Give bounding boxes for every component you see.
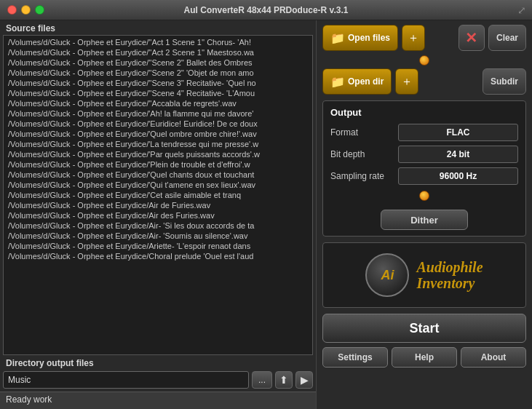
bit-depth-label: Bit depth (330, 149, 392, 159)
logo-line2: Inventory (416, 275, 475, 291)
list-item[interactable]: /Volumes/d/Gluck - Orphee et Eurydice/'C… (4, 190, 312, 200)
sampling-rate-label: Sampling rate (330, 171, 392, 181)
subdir-button[interactable]: Subdir (483, 68, 526, 95)
folder-icon: 📁 (330, 31, 345, 45)
open-dir-label: Open dir (348, 76, 384, 87)
list-item[interactable]: /Volumes/d/Gluck - Orphee et Eurydice/''… (4, 98, 312, 108)
main-content: Source files /Volumes/d/Gluck - Orphee e… (0, 20, 532, 409)
remove-button[interactable]: ✕ (458, 25, 485, 51)
open-files-label: Open files (348, 33, 390, 43)
sampling-rate-row: Sampling rate 96000 Hz (330, 167, 518, 185)
file-list-inner: /Volumes/d/Gluck - Orphee et Eurydice/''… (4, 36, 312, 263)
list-item[interactable]: /Volumes/d/Gluck - Orphee et Eurydice/'E… (4, 119, 312, 129)
minimize-button[interactable] (21, 5, 31, 15)
dir-output-row: ... ⬆ ▶ (0, 370, 316, 392)
dot-row-1 (322, 55, 526, 65)
right-panel: 📁 Open files ＋ ✕ Clear 📁 Open dir ＋ (317, 20, 532, 409)
orange-dot-2 (419, 191, 429, 201)
list-item[interactable]: /Volumes/d/Gluck - Orphee et Eurydice/''… (4, 57, 312, 68)
clear-button[interactable]: Clear (488, 25, 526, 51)
logo-text: Audiophile Inventory (416, 259, 483, 291)
add-files-button[interactable]: ＋ (402, 25, 425, 51)
list-item[interactable]: /Volumes/d/Gluck - Orphee et Eurydice/'Q… (4, 170, 312, 180)
bit-depth-value[interactable]: 24 bit (398, 146, 518, 163)
left-panel: Source files /Volumes/d/Gluck - Orphee e… (0, 20, 317, 409)
status-bar: Ready work (0, 392, 316, 409)
window-controls[interactable] (7, 5, 44, 15)
dir-output-label: Directory output files (0, 355, 316, 370)
settings-button[interactable]: Settings (322, 347, 388, 368)
list-item[interactable]: /Volumes/d/Gluck - Orphee et Eurydice/'Q… (4, 129, 312, 139)
plus2-icon: ＋ (401, 74, 413, 90)
bit-depth-row: Bit depth 24 bit (330, 146, 518, 163)
logo-section: Ai Audiophile Inventory (322, 242, 526, 308)
dither-row: Dither (330, 189, 518, 230)
format-label: Format (330, 127, 392, 138)
open-files-button[interactable]: 📁 Open files (322, 25, 398, 51)
list-item[interactable]: /Volumes/d/Gluck - Orphee et Eurydice/''… (4, 47, 312, 57)
start-button[interactable]: Start (322, 314, 526, 343)
close-button[interactable] (7, 5, 17, 15)
list-item[interactable]: /Volumes/d/Gluck - Orphee et Eurydice/'P… (4, 149, 312, 159)
format-value[interactable]: FLAC (398, 124, 518, 141)
x-icon: ✕ (465, 29, 477, 47)
list-item[interactable]: /Volumes/d/Gluck - Orphee et Eurydice/'L… (4, 139, 312, 149)
dither-button[interactable]: Dither (381, 210, 468, 230)
btn-row-2: 📁 Open dir ＋ Subdir (322, 68, 526, 95)
orange-dot-1 (419, 55, 429, 65)
file-list[interactable]: /Volumes/d/Gluck - Orphee et Eurydice/''… (3, 35, 313, 355)
status-text: Ready work (6, 394, 52, 405)
logo-circle: Ai (365, 253, 409, 297)
list-item[interactable]: /Volumes/d/Gluck - Orphee et Eurydice/''… (4, 68, 312, 78)
titlebar: AuI ConverteR 48x44 PRDoduce-R v.3.1 ⤢ (0, 0, 532, 20)
source-files-label: Source files (0, 20, 316, 35)
logo-ai-text: Ai (381, 268, 394, 283)
list-item[interactable]: /Volumes/d/Gluck - Orphee et Eurydice/Ai… (4, 221, 312, 231)
dir-browse-button[interactable]: ... (252, 371, 272, 389)
list-item[interactable]: /Volumes/d/Gluck - Orphee et Eurydice/Ai… (4, 231, 312, 241)
list-item[interactable]: /Volumes/d/Gluck - Orphee et Eurydice/''… (4, 78, 312, 88)
list-item[interactable]: /Volumes/d/Gluck - Orphee et Eurydice/Ai… (4, 210, 312, 221)
maximize-button[interactable] (35, 5, 44, 15)
list-item[interactable]: /Volumes/d/Gluck - Orphee et Eurydice/Ai… (4, 200, 312, 210)
bottom-row: Settings Help About (322, 347, 526, 368)
list-item[interactable]: /Volumes/d/Gluck - Orphee et Eurydice/Ar… (4, 241, 312, 251)
output-title: Output (330, 107, 518, 118)
btn-row-1: 📁 Open files ＋ ✕ Clear (322, 25, 526, 51)
dir-up-button[interactable]: ⬆ (275, 371, 293, 389)
open-dir-button[interactable]: 📁 Open dir (322, 68, 392, 95)
dither-dot-row (419, 191, 429, 201)
resize-icon[interactable]: ⤢ (517, 4, 526, 16)
list-item[interactable]: /Volumes/d/Gluck - Orphee et Eurydice/'P… (4, 159, 312, 170)
list-item[interactable]: /Volumes/d/Gluck - Orphee et Eurydice/Ch… (4, 251, 312, 261)
folder2-icon: 📁 (330, 75, 345, 89)
sampling-rate-value[interactable]: 96000 Hz (398, 167, 518, 185)
list-item[interactable]: /Volumes/d/Gluck - Orphee et Eurydice/'A… (4, 108, 312, 119)
list-item[interactable]: /Volumes/d/Gluck - Orphee et Eurydice/''… (4, 37, 312, 47)
dir-play-button[interactable]: ▶ (295, 371, 313, 389)
help-button[interactable]: Help (392, 347, 457, 368)
logo-line1: Audiophile (416, 259, 483, 275)
list-item[interactable]: /Volumes/d/Gluck - Orphee et Eurydice/''… (4, 88, 312, 98)
window-title: AuI ConverteR 48x44 PRDoduce-R v.3.1 (184, 5, 349, 15)
list-item[interactable]: /Volumes/d/Gluck - Orphee et Eurydice/'Q… (4, 180, 312, 190)
dir-input[interactable] (3, 371, 249, 389)
format-row: Format FLAC (330, 124, 518, 141)
plus-icon: ＋ (408, 31, 419, 46)
about-button[interactable]: About (461, 347, 526, 368)
add-dir-button[interactable]: ＋ (395, 68, 418, 95)
output-section: Output Format FLAC Bit depth 24 bit Samp… (322, 100, 526, 237)
